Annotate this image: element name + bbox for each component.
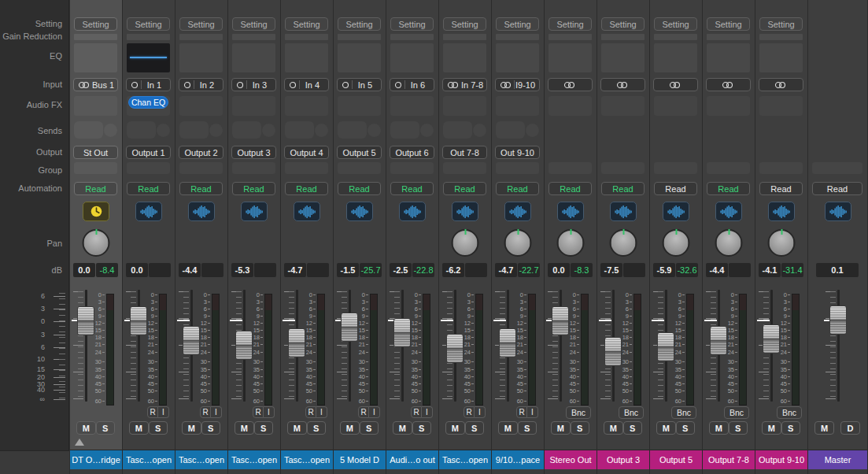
automation-mode-button[interactable]: Read xyxy=(496,182,539,195)
group-slot[interactable] xyxy=(443,162,486,174)
send-level-knob[interactable] xyxy=(473,124,486,137)
audio-fx-slot[interactable] xyxy=(601,96,645,116)
bounce-button[interactable]: Bnc xyxy=(619,406,644,419)
input-button[interactable]: In 6 xyxy=(390,78,434,91)
eq-display[interactable] xyxy=(496,43,539,72)
channel-setting-button[interactable]: Setting xyxy=(74,17,117,31)
channel-setting-button[interactable]: Setting xyxy=(285,17,328,31)
channel-strip[interactable]: SettingIn 6Output 6Read-2.5-22.803691215… xyxy=(386,0,439,474)
pan-knob[interactable] xyxy=(768,229,796,257)
solo-button[interactable]: S xyxy=(254,421,274,435)
waveform-icon[interactable] xyxy=(557,202,584,221)
solo-button[interactable]: S xyxy=(518,421,537,435)
volume-db-value[interactable]: 0.0 xyxy=(126,263,148,277)
track-name[interactable]: Output 7-8 xyxy=(703,450,755,469)
input-button[interactable] xyxy=(653,78,698,91)
audio-fx-plugin-button[interactable]: Chan EQ xyxy=(128,96,168,109)
volume-db-value[interactable]: -5.9 xyxy=(653,263,675,277)
eq-display[interactable] xyxy=(179,43,223,72)
automation-mode-button[interactable]: Read xyxy=(759,182,803,195)
waveform-icon[interactable] xyxy=(241,202,268,221)
volume-db-value[interactable]: 0.0 xyxy=(73,263,95,277)
record-enable-button[interactable]: R xyxy=(464,406,475,418)
channel-strip[interactable]: SettingRead0.0-8.30369121518212430354045… xyxy=(545,0,597,474)
channel-strip[interactable]: SettingIn 3Output 3Read-5.30369121518212… xyxy=(228,0,281,474)
eq-display[interactable] xyxy=(338,43,381,72)
track-name[interactable]: Tasc…open xyxy=(228,450,280,469)
channel-setting-button[interactable]: Setting xyxy=(707,17,750,31)
mute-button[interactable]: M xyxy=(340,421,360,435)
eq-display[interactable] xyxy=(549,43,592,72)
channel-strip[interactable]: SettingIn 2Output 2Read-4.40369121518212… xyxy=(175,0,228,474)
automation-mode-button[interactable]: Read xyxy=(127,182,170,195)
input-monitor-button[interactable]: I xyxy=(422,406,433,418)
volume-db-value[interactable]: -5.3 xyxy=(231,263,253,277)
group-slot[interactable] xyxy=(707,162,750,174)
waveform-icon[interactable] xyxy=(452,202,478,221)
bounce-button[interactable]: Bnc xyxy=(724,406,749,419)
automation-mode-button[interactable]: Read xyxy=(707,182,750,195)
peak-db-value[interactable]: -31.4 xyxy=(781,263,803,277)
volume-db-value[interactable]: -4.7 xyxy=(284,263,306,277)
peak-db-value[interactable] xyxy=(623,263,645,277)
mute-button[interactable]: M xyxy=(76,421,96,435)
output-button[interactable]: Out 7-8 xyxy=(442,146,487,159)
record-enable-button[interactable]: R xyxy=(253,406,264,418)
audio-fx-slot[interactable] xyxy=(232,96,275,116)
output-button[interactable]: Output 3 xyxy=(231,146,276,159)
track-name[interactable]: DT O…ridge xyxy=(70,450,122,469)
bounce-button[interactable]: Bnc xyxy=(566,406,591,419)
input-button[interactable] xyxy=(759,78,803,91)
track-name[interactable]: Stereo Out xyxy=(545,450,597,469)
waveform-icon[interactable] xyxy=(825,202,851,221)
channel-strip[interactable]: SettingI9-10Out 9-10Read-4.7-22.70369121… xyxy=(492,0,545,474)
solo-button[interactable]: S xyxy=(623,421,643,435)
eq-display[interactable] xyxy=(601,43,645,72)
channel-strip[interactable]: SettingIn 1Chan EQOutput 1Read0.00369121… xyxy=(123,0,175,474)
automation-mode-button[interactable]: Read xyxy=(338,182,381,195)
track-name[interactable]: Tasc…open xyxy=(439,450,491,469)
track-name[interactable]: Audi…o out xyxy=(386,450,438,469)
group-slot[interactable] xyxy=(338,162,381,174)
channel-strip[interactable]: Read0.1MDMaster xyxy=(808,0,868,474)
peak-db-value[interactable]: -8.4 xyxy=(96,263,118,277)
waveform-icon[interactable] xyxy=(504,202,531,221)
channel-setting-button[interactable]: Setting xyxy=(127,17,170,31)
warning-clock-icon[interactable] xyxy=(83,202,109,221)
pan-knob[interactable] xyxy=(715,229,743,257)
peak-db-value[interactable]: -22.7 xyxy=(518,263,540,277)
send-slot[interactable] xyxy=(74,121,103,139)
channel-setting-button[interactable]: Setting xyxy=(232,17,275,31)
eq-display[interactable] xyxy=(654,43,697,72)
waveform-icon[interactable] xyxy=(294,202,320,221)
input-button[interactable]: I9-10 xyxy=(495,78,540,91)
group-slot[interactable] xyxy=(759,162,803,174)
channel-strip[interactable]: SettingIn 5Output 5Read-1.5-25.703691215… xyxy=(334,0,386,474)
group-slot[interactable] xyxy=(127,162,170,174)
output-button[interactable]: Output 1 xyxy=(126,146,171,159)
eq-display[interactable] xyxy=(707,43,750,72)
solo-button[interactable]: S xyxy=(465,421,485,435)
volume-db-value[interactable]: -4.1 xyxy=(759,263,781,277)
pan-knob[interactable] xyxy=(452,229,479,257)
eq-display[interactable] xyxy=(285,43,328,72)
record-enable-button[interactable]: R xyxy=(516,406,527,418)
group-slot[interactable] xyxy=(74,162,117,174)
channel-setting-button[interactable]: Setting xyxy=(390,17,434,31)
output-button[interactable]: Output 4 xyxy=(284,146,329,159)
volume-db-value[interactable]: 0.1 xyxy=(816,263,859,277)
channel-strip[interactable]: SettingIn 7-8Out 7-8Read-6.2036912151821… xyxy=(439,0,492,474)
input-button[interactable]: Bus 1 xyxy=(73,78,118,91)
track-name[interactable]: Output 3 xyxy=(597,450,649,469)
waveform-icon[interactable] xyxy=(768,202,795,221)
input-monitor-button[interactable]: I xyxy=(369,406,380,418)
pan-knob[interactable] xyxy=(610,229,637,257)
record-enable-button[interactable]: R xyxy=(147,406,158,418)
group-slot[interactable] xyxy=(812,162,862,174)
output-button[interactable]: St Out xyxy=(73,146,118,159)
group-slot[interactable] xyxy=(654,162,697,174)
peak-db-value[interactable] xyxy=(465,263,487,277)
input-button[interactable]: In 2 xyxy=(179,78,223,91)
mute-button[interactable]: M xyxy=(498,421,518,435)
audio-fx-slot[interactable] xyxy=(338,96,381,116)
